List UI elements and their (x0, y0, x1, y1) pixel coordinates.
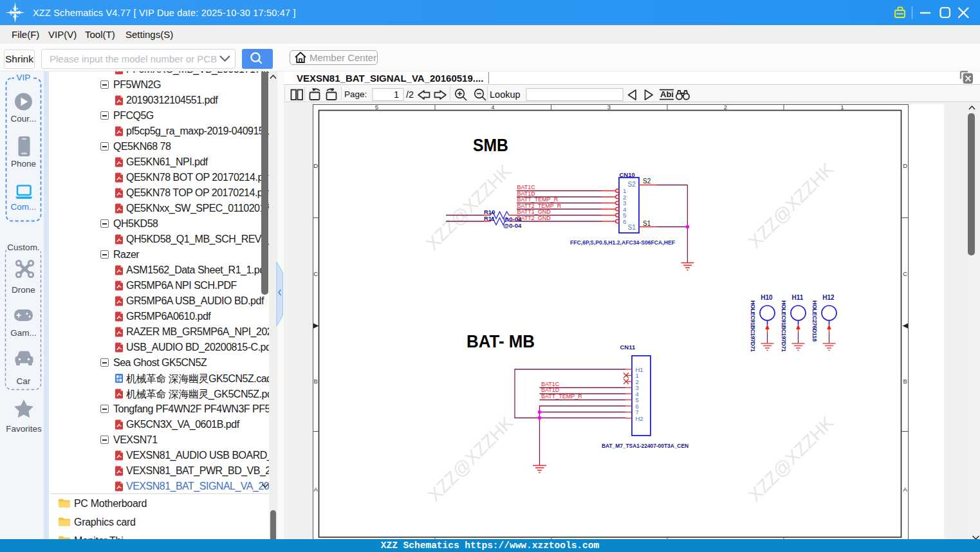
svg-text:BAT1C: BAT1C (517, 184, 536, 190)
svg-text:B: B (314, 378, 318, 385)
svg-text:BATT2_GND: BATT2_GND (517, 215, 551, 221)
svg-text:Favorites: Favorites (6, 424, 42, 434)
svg-text:VIP: VIP (17, 73, 31, 82)
svg-text:FFC,6P,S,P0.5,H1.2,AFC34-S06FC: FFC,6P,S,P0.5,H1.2,AFC34-S06FCA,HEF (570, 239, 675, 246)
svg-text:BAT1C: BAT1C (541, 381, 560, 387)
svg-text:Abi: Abi (660, 89, 674, 99)
svg-text:BATT1_GND: BATT1_GND (517, 208, 551, 215)
svg-text:B: B (903, 378, 907, 385)
svg-text:BAT_M7_TSA1-22407-00T3A_CEN: BAT_M7_TSA1-22407-00T3A_CEN (602, 442, 689, 449)
svg-text:Lookup: Lookup (490, 89, 521, 100)
svg-text:BATT2_TEMP_R: BATT2_TEMP_R (517, 203, 562, 209)
svg-text:H10: H10 (761, 294, 773, 301)
svg-text:1: 1 (840, 104, 844, 111)
svg-text:A: A (903, 486, 908, 493)
svg-text:Car: Car (17, 376, 31, 386)
svg-text:4: 4 (491, 104, 494, 111)
svg-text:H11: H11 (792, 294, 804, 301)
svg-text:S1: S1 (628, 224, 636, 231)
svg-text:Phone: Phone (11, 159, 36, 169)
svg-text:C: C (313, 270, 318, 277)
svg-text:Gam...: Gam... (10, 328, 37, 338)
svg-text:S2: S2 (643, 178, 651, 185)
svg-text:6: 6 (623, 218, 626, 225)
svg-text:SMB: SMB (473, 135, 508, 155)
svg-text:H2: H2 (636, 415, 643, 422)
svg-text:HOLEC91BC197D71: HOLEC91BC197D71 (781, 300, 787, 352)
svg-text:@0-04: @0-04 (503, 222, 522, 229)
svg-text:D: D (903, 162, 907, 169)
svg-text:Com...: Com... (11, 202, 37, 212)
svg-text:BATT_TEMP_R: BATT_TEMP_R (541, 393, 582, 400)
svg-text:5: 5 (375, 104, 378, 111)
svg-text:BATT_TEMP_R: BATT_TEMP_R (517, 196, 559, 203)
svg-text:Drone: Drone (12, 285, 35, 295)
svg-text:BAT1D: BAT1D (541, 387, 560, 393)
svg-text:1: 1 (394, 89, 399, 100)
svg-text:C: C (903, 270, 907, 277)
svg-text:3: 3 (607, 104, 611, 111)
svg-text:Custom.: Custom. (7, 243, 39, 252)
svg-text:R11: R11 (484, 215, 495, 222)
svg-text:HOLEC91BC197D71: HOLEC91BC197D71 (750, 300, 756, 352)
svg-text:Page:: Page: (344, 89, 367, 99)
svg-text:HOLEC276D118: HOLEC276D118 (811, 300, 818, 342)
svg-text:Cour...: Cour... (11, 114, 37, 124)
svg-text:S2: S2 (628, 181, 636, 188)
svg-text:/2: /2 (406, 89, 414, 100)
svg-text:CN11: CN11 (620, 344, 636, 351)
svg-text:D: D (313, 162, 318, 169)
svg-text:A: A (314, 486, 319, 493)
svg-text:S1: S1 (643, 220, 651, 227)
svg-text:BAT- MB: BAT- MB (467, 331, 535, 351)
svg-text:2: 2 (724, 104, 727, 111)
svg-text:BAT1D: BAT1D (517, 190, 536, 197)
svg-text:H12: H12 (822, 294, 835, 301)
